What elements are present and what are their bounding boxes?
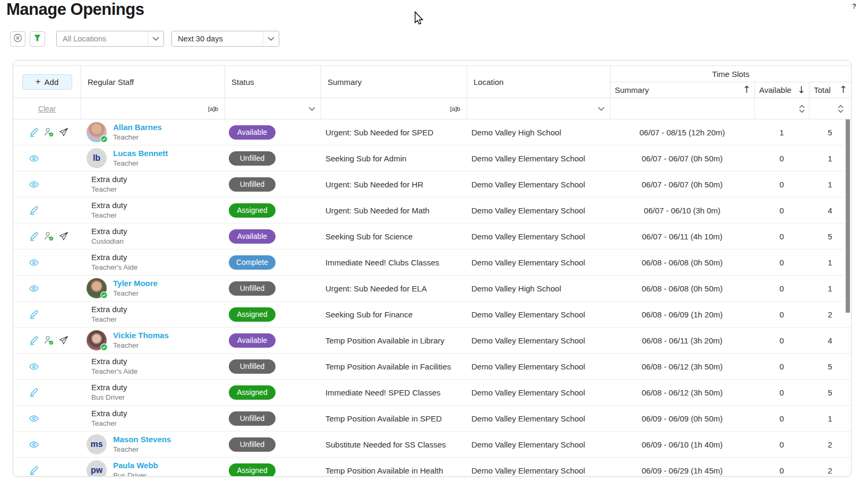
- column-header-slot-summary[interactable]: Summary: [610, 82, 754, 98]
- slot-summary-cell: 06/07 - 06/07 (0h 50m): [610, 145, 754, 171]
- filter-status-select[interactable]: [225, 98, 321, 119]
- filter-summary-input[interactable]: [a]b: [321, 98, 467, 119]
- edit-pencil-icon[interactable]: [29, 231, 39, 241]
- total-cell: 1: [809, 249, 851, 275]
- abc-filter-icon[interactable]: [a]b: [450, 106, 460, 112]
- status-badge: Assigned: [229, 203, 276, 218]
- status-badge: Assigned: [229, 463, 276, 477]
- column-header-location[interactable]: Location: [467, 66, 610, 98]
- filter-regular-staff-input[interactable]: [a]b: [81, 98, 225, 119]
- location-select[interactable]: All Locations: [56, 31, 164, 47]
- row-actions: [13, 458, 81, 477]
- staff-name-link[interactable]: Paula Webb: [113, 460, 158, 471]
- view-eye-icon[interactable]: [29, 414, 39, 423]
- staff-name-link[interactable]: Tyler Moore: [113, 278, 158, 289]
- assign-person-icon[interactable]: [44, 127, 54, 137]
- edit-pencil-icon[interactable]: [29, 309, 39, 319]
- summary-cell: Temp Position Available in Health: [321, 458, 467, 477]
- number-spinner[interactable]: [838, 105, 844, 113]
- role-label: Teacher's Aide: [91, 367, 137, 376]
- slot-summary-cell: 06/07 - 06/07 (0h 50m): [610, 171, 754, 197]
- status-badge: Unfilled: [229, 437, 276, 452]
- table-row: Extra duty Bus Driver Assigned Immediate…: [13, 380, 851, 406]
- available-cell: 0: [754, 406, 809, 431]
- edit-pencil-icon[interactable]: [29, 388, 39, 397]
- edit-pencil-icon[interactable]: [29, 205, 39, 215]
- available-cell: 0: [754, 276, 809, 301]
- role-label: Teacher: [113, 445, 171, 454]
- add-button[interactable]: + Add: [22, 74, 72, 90]
- send-plane-icon[interactable]: [59, 231, 68, 241]
- staff-name-link[interactable]: Vickie Thomas: [113, 330, 169, 341]
- send-plane-icon[interactable]: [59, 127, 68, 137]
- avatar: [87, 122, 107, 142]
- total-cell: 1: [809, 276, 851, 301]
- date-range-select[interactable]: Next 30 days: [171, 31, 279, 47]
- view-eye-icon[interactable]: [29, 362, 39, 371]
- table-row: Extra duty Custodian Available Seeking S…: [13, 223, 851, 249]
- abc-filter-icon[interactable]: [a]b: [208, 106, 218, 112]
- staff-name-link[interactable]: Mason Stevens: [113, 434, 171, 445]
- staff-name-link[interactable]: Lucas Bennett: [113, 148, 168, 159]
- help-icon[interactable]: ?: [852, 2, 856, 10]
- chevron-down-icon[interactable]: [308, 107, 315, 111]
- column-header-available[interactable]: Available: [754, 82, 809, 98]
- status-badge: Assigned: [229, 385, 276, 400]
- number-spinner[interactable]: [799, 105, 805, 113]
- staff-cell: lb Lucas Bennett Teacher: [81, 145, 225, 171]
- available-cell: 0: [754, 302, 809, 327]
- sort-asc-icon: [841, 85, 846, 95]
- staff-cell: Extra duty Bus Driver: [81, 380, 225, 405]
- available-cell: 0: [754, 328, 809, 353]
- sort-asc-icon: [744, 85, 749, 95]
- chevron-down-icon[interactable]: [598, 107, 605, 111]
- view-eye-icon[interactable]: [29, 283, 39, 293]
- status-badge: Available: [229, 125, 276, 140]
- staff-cell: Extra duty Teacher: [81, 302, 225, 327]
- row-actions: [13, 145, 81, 171]
- column-header-status[interactable]: Status: [225, 66, 321, 98]
- edit-pencil-icon[interactable]: [29, 466, 39, 475]
- location-cell: Demo Valley High School: [467, 276, 610, 301]
- page-title: Manage Openings: [6, 0, 144, 19]
- table-row: Extra duty Teacher Unfilled Urgent: Sub …: [13, 171, 851, 197]
- view-eye-icon[interactable]: [29, 153, 39, 163]
- verified-check-icon: [100, 135, 108, 143]
- opening-type-label: Extra duty: [91, 174, 127, 185]
- column-header-regular-staff[interactable]: Regular Staff: [81, 66, 225, 98]
- staff-name-link[interactable]: Allan Barnes: [113, 122, 162, 133]
- role-label: Teacher: [91, 185, 127, 194]
- view-eye-icon[interactable]: [29, 257, 39, 267]
- filter-button[interactable]: [30, 31, 45, 47]
- view-eye-icon[interactable]: [29, 179, 39, 189]
- location-cell: Demo Valley Elementary School: [467, 223, 610, 249]
- avatar: [87, 278, 107, 298]
- filter-available-input[interactable]: [754, 98, 809, 119]
- vertical-scrollbar-thumb[interactable]: [846, 119, 850, 313]
- row-actions: [13, 249, 81, 275]
- clear-filters-link[interactable]: Clear: [38, 105, 56, 113]
- location-cell: Demo Valley Elementary School: [467, 145, 610, 171]
- filter-location-select[interactable]: [467, 98, 610, 119]
- avatar: [87, 330, 107, 350]
- view-eye-icon[interactable]: [29, 440, 39, 449]
- staff-cell: pw Paula Webb Bus Driver: [81, 458, 225, 477]
- filter-slot-summary-input[interactable]: [610, 98, 754, 119]
- clear-filter-button[interactable]: [10, 31, 25, 47]
- summary-cell: Seeking Sub for Finance: [321, 302, 467, 327]
- send-plane-icon[interactable]: [59, 335, 68, 345]
- table-row: ms Mason Stevens Teacher Unfilled Substi…: [13, 432, 851, 458]
- assign-person-icon[interactable]: [44, 231, 54, 241]
- status-badge: Assigned: [229, 307, 276, 322]
- table-row: lb Lucas Bennett Teacher Unfilled Seekin…: [13, 145, 851, 171]
- slot-summary-cell: 06/09 - 06/29 (1h 45m): [610, 458, 754, 477]
- row-actions: [13, 406, 81, 431]
- edit-pencil-icon[interactable]: [29, 127, 39, 137]
- edit-pencil-icon[interactable]: [29, 335, 39, 345]
- filter-total-input[interactable]: [809, 98, 851, 119]
- column-header-summary[interactable]: Summary: [321, 66, 467, 98]
- column-header-total[interactable]: Total: [809, 82, 851, 98]
- mouse-cursor: [414, 11, 424, 28]
- staff-cell: Extra duty Teacher's Aide: [81, 354, 225, 379]
- assign-person-icon[interactable]: [44, 335, 54, 345]
